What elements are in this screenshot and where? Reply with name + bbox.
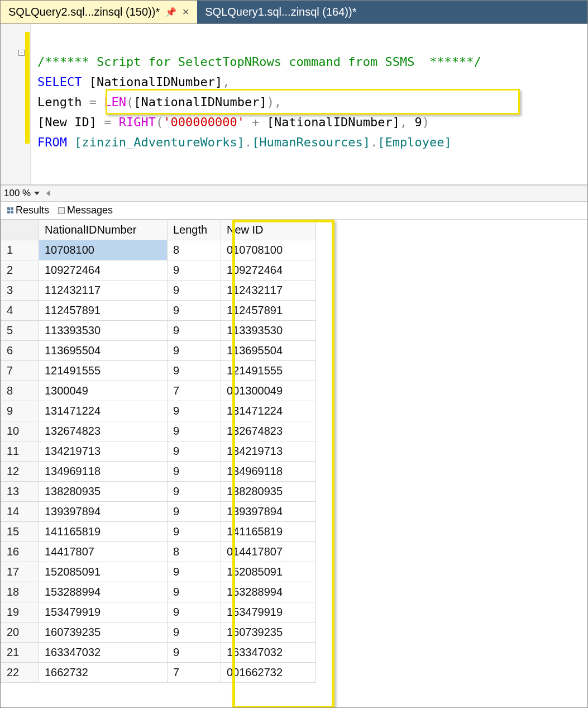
cell-length[interactable]: 9 <box>168 462 221 482</box>
cell-newid[interactable]: 113695504 <box>221 341 316 361</box>
cell-length[interactable]: 9 <box>168 482 221 502</box>
cell-newid[interactable]: 001300049 <box>221 381 316 401</box>
row-number[interactable]: 19 <box>1 602 39 623</box>
table-row[interactable]: 101326748239132674823 <box>1 421 316 441</box>
cell-nationalid[interactable]: 109272464 <box>39 260 168 281</box>
cell-newid[interactable]: 134219713 <box>221 441 316 462</box>
cell-newid[interactable]: 010708100 <box>221 240 316 260</box>
table-row[interactable]: 31124321179112432117 <box>1 281 316 301</box>
cell-nationalid[interactable]: 132674823 <box>39 421 168 441</box>
cell-length[interactable]: 9 <box>168 562 221 582</box>
row-number[interactable]: 22 <box>1 663 39 683</box>
cell-newid[interactable]: 131471224 <box>221 401 316 421</box>
cell-length[interactable]: 8 <box>168 542 221 562</box>
cell-nationalid[interactable]: 160739235 <box>39 623 168 643</box>
cell-length[interactable]: 9 <box>168 643 221 663</box>
cell-newid[interactable]: 112457891 <box>221 301 316 321</box>
pin-icon[interactable]: 📌 <box>165 7 176 17</box>
table-row[interactable]: 111342197139134219713 <box>1 441 316 462</box>
table-row[interactable]: 61136955049113695504 <box>1 341 316 361</box>
row-number[interactable]: 16 <box>1 542 39 562</box>
table-row[interactable]: 2216627327001662732 <box>1 663 316 683</box>
table-row[interactable]: 121349691189134969118 <box>1 462 316 482</box>
cell-length[interactable]: 9 <box>168 301 221 321</box>
cell-length[interactable]: 8 <box>168 240 221 260</box>
row-number[interactable]: 6 <box>1 341 39 361</box>
cell-newid[interactable]: 141165819 <box>221 522 316 542</box>
cell-nationalid[interactable]: 141165819 <box>39 522 168 542</box>
table-row[interactable]: 41124578919112457891 <box>1 301 316 321</box>
row-number[interactable]: 18 <box>1 582 39 602</box>
cell-newid[interactable]: 160739235 <box>221 623 316 643</box>
row-number[interactable]: 14 <box>1 502 39 522</box>
cell-nationalid[interactable]: 1662732 <box>39 663 168 683</box>
cell-newid[interactable]: 121491555 <box>221 361 316 381</box>
cell-length[interactable]: 7 <box>168 663 221 683</box>
tab-inactive[interactable]: SQLQuery1.sql...zinsql (164))* <box>197 1 364 23</box>
cell-length[interactable]: 9 <box>168 361 221 381</box>
cell-nationalid[interactable]: 163347032 <box>39 643 168 663</box>
table-row[interactable]: 131382809359138280935 <box>1 482 316 502</box>
row-number[interactable]: 13 <box>1 482 39 502</box>
cell-length[interactable]: 9 <box>168 502 221 522</box>
table-row[interactable]: 141393978949139397894 <box>1 502 316 522</box>
cell-newid[interactable]: 132674823 <box>221 421 316 441</box>
row-number[interactable]: 7 <box>1 361 39 381</box>
tab-active[interactable]: SQLQuery2.sql...zinsql (150))* 📌 ✕ <box>1 1 197 23</box>
column-header-newid[interactable]: New ID <box>221 220 316 240</box>
table-row[interactable]: 21092724649109272464 <box>1 260 316 281</box>
cell-nationalid[interactable]: 121491555 <box>39 361 168 381</box>
table-row[interactable]: 71214915559121491555 <box>1 361 316 381</box>
cell-length[interactable]: 9 <box>168 281 221 301</box>
row-number[interactable]: 21 <box>1 643 39 663</box>
cell-nationalid[interactable]: 131471224 <box>39 401 168 421</box>
code-content[interactable]: /****** Script for SelectTopNRows comman… <box>31 24 481 184</box>
cell-nationalid[interactable]: 14417807 <box>39 542 168 562</box>
cell-newid[interactable]: 153479919 <box>221 602 316 623</box>
cell-length[interactable]: 9 <box>168 260 221 281</box>
cell-length[interactable]: 9 <box>168 522 221 542</box>
row-number[interactable]: 4 <box>1 301 39 321</box>
cell-newid[interactable]: 109272464 <box>221 260 316 281</box>
table-row[interactable]: 16144178078014417807 <box>1 542 316 562</box>
cell-length[interactable]: 7 <box>168 381 221 401</box>
cell-length[interactable]: 9 <box>168 341 221 361</box>
cell-length[interactable]: 9 <box>168 602 221 623</box>
cell-nationalid[interactable]: 138280935 <box>39 482 168 502</box>
row-number[interactable]: 12 <box>1 462 39 482</box>
table-row[interactable]: 171520850919152085091 <box>1 562 316 582</box>
row-number[interactable]: 8 <box>1 381 39 401</box>
row-number[interactable]: 17 <box>1 562 39 582</box>
table-row[interactable]: 91314712249131471224 <box>1 401 316 421</box>
corner-cell[interactable] <box>1 220 39 240</box>
table-row[interactable]: 51133935309113393530 <box>1 321 316 341</box>
table-row[interactable]: 201607392359160739235 <box>1 623 316 643</box>
table-row[interactable]: 191534799199153479919 <box>1 602 316 623</box>
tab-messages[interactable]: Messages <box>55 203 116 217</box>
cell-nationalid[interactable]: 112432117 <box>39 281 168 301</box>
tab-results[interactable]: Results <box>4 203 52 217</box>
cell-newid[interactable]: 112432117 <box>221 281 316 301</box>
cell-newid[interactable]: 113393530 <box>221 321 316 341</box>
row-number[interactable]: 3 <box>1 281 39 301</box>
row-number[interactable]: 15 <box>1 522 39 542</box>
cell-length[interactable]: 9 <box>168 623 221 643</box>
row-number[interactable]: 10 <box>1 421 39 441</box>
cell-newid[interactable]: 134969118 <box>221 462 316 482</box>
table-row[interactable]: 1107081008010708100 <box>1 240 316 260</box>
cell-newid[interactable]: 152085091 <box>221 562 316 582</box>
results-table[interactable]: NationalIDNumber Length New ID 110708100… <box>1 220 316 683</box>
cell-length[interactable]: 9 <box>168 401 221 421</box>
row-number[interactable]: 1 <box>1 240 39 260</box>
cell-length[interactable]: 9 <box>168 321 221 341</box>
cell-nationalid[interactable]: 153288994 <box>39 582 168 602</box>
table-row[interactable]: 813000497001300049 <box>1 381 316 401</box>
cell-newid[interactable]: 163347032 <box>221 643 316 663</box>
cell-newid[interactable]: 139397894 <box>221 502 316 522</box>
cell-length[interactable]: 9 <box>168 421 221 441</box>
cell-nationalid[interactable]: 112457891 <box>39 301 168 321</box>
cell-nationalid[interactable]: 113695504 <box>39 341 168 361</box>
cell-newid[interactable]: 014417807 <box>221 542 316 562</box>
cell-nationalid[interactable]: 10708100 <box>39 240 168 260</box>
cell-nationalid[interactable]: 152085091 <box>39 562 168 582</box>
